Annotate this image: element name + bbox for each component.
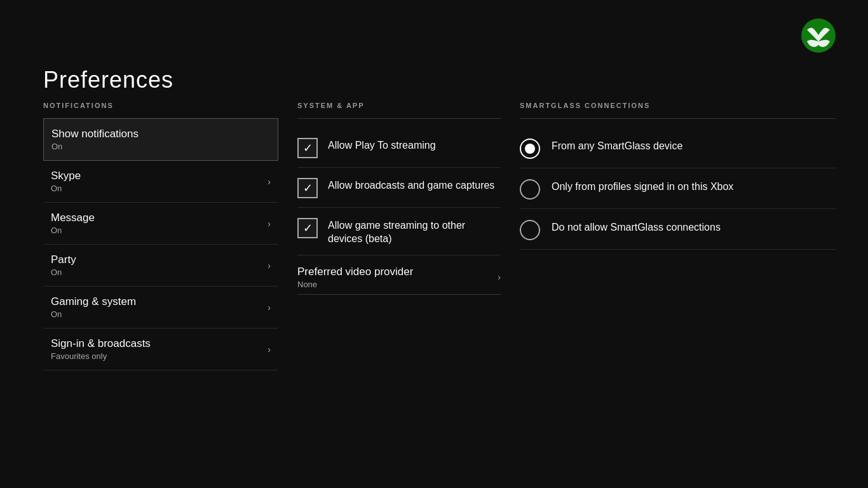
notification-item-signin[interactable]: Sign-in & broadcasts Favourites only › (43, 329, 278, 370)
checkbox-play-box[interactable]: ✓ (297, 138, 318, 158)
message-chevron-icon: › (268, 219, 271, 229)
radio-no-circle[interactable] (520, 220, 540, 240)
checkbox-play-label: Allow Play To streaming (328, 137, 436, 152)
notification-signin-sub: Favourites only (51, 351, 151, 361)
notification-message-text: Message On (51, 212, 95, 235)
radio-no-smartglass[interactable]: Do not allow SmartGlass connections (520, 209, 836, 250)
radio-any-smartglass[interactable]: From any SmartGlass device (520, 128, 836, 168)
notification-item-gaming[interactable]: Gaming & system On › (43, 287, 278, 329)
main-content: NOTIFICATIONS Show notifications On Skyp… (43, 102, 836, 370)
smartglass-divider (520, 118, 836, 119)
preferred-video-sub: None (297, 280, 413, 289)
notification-message-title: Message (51, 212, 95, 224)
smartglass-column: SMARTGLASS CONNECTIONS From any SmartGla… (520, 102, 836, 370)
notification-item-skype[interactable]: Skype On › (43, 161, 278, 203)
notification-gaming-text: Gaming & system On (51, 295, 136, 319)
notification-gaming-sub: On (51, 309, 136, 319)
radio-profiles-circle[interactable] (520, 179, 540, 200)
notification-gaming-title: Gaming & system (51, 295, 136, 308)
preferred-video-chevron-icon: › (498, 272, 501, 282)
signin-chevron-icon: › (268, 344, 271, 355)
radio-any-label: From any SmartGlass device (552, 137, 682, 153)
gaming-chevron-icon: › (268, 302, 271, 313)
notification-message-sub: On (51, 226, 95, 235)
notifications-column: NOTIFICATIONS Show notifications On Skyp… (43, 102, 278, 370)
notification-skype-title: Skype (51, 170, 81, 182)
checkbox-game-streaming[interactable]: ✓ Allow game streaming to other devices … (297, 208, 501, 255)
party-chevron-icon: › (268, 261, 271, 271)
radio-any-circle[interactable] (520, 139, 540, 159)
checkbox-game-streaming-label: Allow game streaming to other devices (b… (328, 217, 501, 246)
notification-signin-text: Sign-in & broadcasts Favourites only (51, 337, 151, 361)
radio-profiles-only[interactable]: Only from profiles signed in on this Xbo… (520, 168, 836, 209)
notification-item-message[interactable]: Message On › (43, 203, 278, 245)
notification-show-title: Show notifications (51, 128, 139, 140)
skype-chevron-icon: › (268, 177, 271, 187)
notification-party-text: Party On (51, 254, 76, 277)
xbox-logo (801, 18, 836, 53)
notification-party-title: Party (51, 254, 76, 266)
notification-party-sub: On (51, 268, 76, 277)
notification-skype-sub: On (51, 184, 81, 193)
smartglass-header: SMARTGLASS CONNECTIONS (520, 102, 836, 109)
checkbox-play-streaming[interactable]: ✓ Allow Play To streaming (297, 128, 501, 168)
system-app-column: SYSTEM & APP ✓ Allow Play To streaming ✓… (297, 102, 501, 370)
checkbox-play-check: ✓ (303, 142, 313, 154)
checkbox-broadcasts-label: Allow broadcasts and game captures (328, 177, 494, 193)
notifications-header: NOTIFICATIONS (43, 102, 278, 109)
notification-item-party[interactable]: Party On › (43, 245, 278, 287)
preferred-video-title: Preferred video provider (297, 266, 413, 278)
system-app-header: SYSTEM & APP (297, 102, 501, 109)
radio-no-label: Do not allow SmartGlass connections (552, 218, 721, 234)
radio-any-inner (525, 144, 535, 154)
notification-show-text: Show notifications On (51, 128, 139, 151)
notification-signin-title: Sign-in & broadcasts (51, 337, 151, 350)
preferred-video-divider (297, 294, 501, 295)
preferred-video-item[interactable]: Preferred video provider None › (297, 255, 501, 294)
checkbox-broadcasts-check: ✓ (303, 182, 313, 194)
checkbox-game-streaming-box[interactable]: ✓ (297, 218, 318, 238)
notification-show-sub: On (51, 142, 139, 151)
checkbox-broadcasts[interactable]: ✓ Allow broadcasts and game captures (297, 168, 501, 208)
checkbox-broadcasts-box[interactable]: ✓ (297, 178, 318, 198)
notification-skype-text: Skype On (51, 170, 81, 193)
preferred-video-text: Preferred video provider None (297, 266, 413, 289)
system-divider (297, 118, 501, 119)
radio-profiles-label: Only from profiles signed in on this Xbo… (552, 177, 733, 194)
notification-item-show[interactable]: Show notifications On (43, 118, 278, 161)
checkbox-game-streaming-check: ✓ (303, 222, 313, 234)
page-title: Preferences (43, 67, 173, 93)
